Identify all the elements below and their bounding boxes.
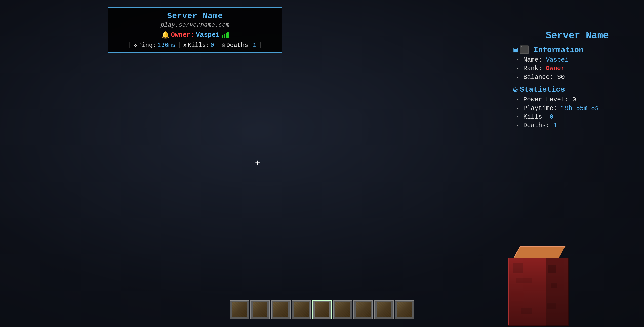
info-kills: Kills: 0 bbox=[513, 113, 609, 121]
ping-value: 136ms bbox=[157, 42, 175, 49]
stat-sep-2: | bbox=[216, 42, 220, 49]
playtime-value: 19h 55m 8s bbox=[561, 105, 599, 112]
right-panel: Server Name ▣ ⬛ Information Name: Vaspei… bbox=[513, 30, 609, 130]
balance-value: $0 bbox=[557, 74, 565, 81]
hotbar-slot-7[interactable] bbox=[353, 300, 373, 319]
stats-kills-value: 0 bbox=[550, 113, 553, 121]
info-deaths: Deaths: 1 bbox=[513, 122, 609, 129]
stat-sep-1: | bbox=[177, 42, 181, 49]
block-side-face bbox=[546, 258, 569, 326]
balance-label: Balance: bbox=[523, 74, 557, 81]
owner-label: Owner: bbox=[171, 31, 194, 39]
hud-stats-line: | ❖ Ping: 136ms | ✗ Kills: 0 | ☠ Deaths:… bbox=[113, 42, 277, 49]
info-power-level: Power Level: 0 bbox=[513, 96, 609, 103]
minecraft-block bbox=[508, 246, 569, 327]
hotbar-slot-6[interactable] bbox=[333, 300, 352, 319]
owner-name: Vaspei bbox=[196, 31, 220, 39]
info-name: Name: Vaspei bbox=[513, 56, 609, 64]
name-value: Vaspei bbox=[546, 56, 569, 64]
stats-kills-label: Kills: bbox=[523, 113, 550, 121]
ping-label: Ping: bbox=[138, 42, 156, 49]
information-icon: ▣ bbox=[513, 45, 518, 54]
hotbar bbox=[230, 300, 414, 319]
name-label: Name: bbox=[523, 56, 546, 64]
owner-icon: 🔔 bbox=[161, 31, 169, 39]
hud-server-address: play.servername.com bbox=[113, 22, 277, 28]
hotbar-slot-8[interactable] bbox=[374, 300, 394, 319]
hotbar-slot-1[interactable] bbox=[230, 300, 249, 319]
right-panel-title: Server Name bbox=[513, 30, 609, 41]
crosshair: + bbox=[255, 159, 260, 168]
block-front-face bbox=[508, 258, 551, 326]
deaths-value: 1 bbox=[253, 42, 256, 49]
power-level-value: 0 bbox=[572, 96, 576, 103]
hotbar-slot-2[interactable] bbox=[250, 300, 270, 319]
hotbar-slot-9[interactable] bbox=[395, 300, 414, 319]
playtime-label: Playtime: bbox=[523, 105, 561, 112]
stat-sep-right: | bbox=[258, 42, 262, 49]
kills-label: Kills: bbox=[188, 42, 209, 49]
hotbar-slot-5-active[interactable] bbox=[312, 300, 332, 319]
kills-icon: ✗ bbox=[183, 42, 187, 49]
rank-label: Rank: bbox=[523, 65, 546, 72]
signal-bars bbox=[222, 32, 229, 38]
info-balance: Balance: $0 bbox=[513, 74, 609, 81]
rank-value: Owner bbox=[546, 65, 565, 72]
information-header: ▣ ⬛ Information bbox=[513, 45, 609, 54]
hud-server-name: Server Name bbox=[113, 11, 277, 21]
deaths-icon: ☠ bbox=[222, 42, 225, 49]
statistics-header: ☯ Statistics bbox=[513, 85, 609, 94]
deaths-label: Deaths: bbox=[226, 42, 252, 49]
kills-value: 0 bbox=[211, 42, 214, 49]
stat-sep-left: | bbox=[128, 42, 131, 49]
hotbar-slot-4[interactable] bbox=[292, 300, 311, 319]
hud-owner-line: 🔔 Owner: Vaspei bbox=[113, 31, 277, 39]
statistics-icon: ☯ bbox=[513, 85, 518, 94]
hud-panel: Server Name play.servername.com 🔔 Owner:… bbox=[108, 7, 282, 53]
info-rank: Rank: Owner bbox=[513, 65, 609, 72]
info-playtime: Playtime: 19h 55m 8s bbox=[513, 105, 609, 112]
hotbar-slot-3[interactable] bbox=[271, 300, 291, 319]
stats-deaths-label: Deaths: bbox=[523, 122, 553, 129]
stats-deaths-value: 1 bbox=[553, 122, 557, 129]
power-level-label: Power Level: bbox=[523, 96, 572, 103]
ping-icon: ❖ bbox=[134, 42, 137, 49]
